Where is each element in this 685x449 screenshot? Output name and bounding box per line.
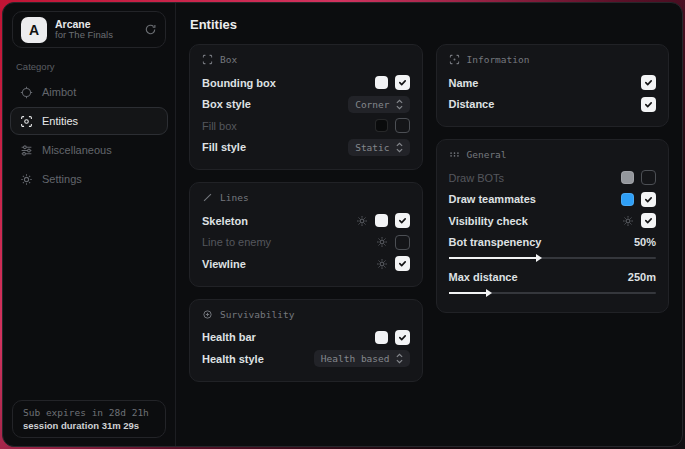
health-bar-checkbox[interactable] [395, 330, 410, 345]
distance-checkbox[interactable] [641, 97, 656, 112]
visibility-check-settings-gear-icon[interactable] [622, 215, 634, 227]
scan-eye-icon [20, 115, 33, 128]
sidebar-item-label: Miscellaneous [42, 144, 112, 156]
bounding-box-checkbox[interactable] [395, 75, 410, 90]
fill-style-dropdown[interactable]: Static [348, 139, 409, 156]
refresh-icon[interactable] [144, 23, 157, 36]
fill-box-checkbox[interactable] [395, 118, 410, 133]
main-content: Entities Box Bounding box [176, 3, 682, 446]
line-to-enemy-checkbox[interactable] [395, 235, 410, 250]
panel-title: Box [220, 54, 237, 65]
draw-teammates-color-swatch[interactable] [621, 193, 634, 206]
sidebar-item-aimbot[interactable]: Aimbot [10, 78, 168, 106]
general-grid-icon [449, 149, 460, 160]
setting-row-health-bar: Health bar [202, 327, 410, 349]
max-distance-slider[interactable] [449, 292, 657, 294]
health-bar-color-swatch[interactable] [375, 331, 388, 344]
sidebar-item-label: Entities [42, 115, 78, 127]
setting-row-bot-transparency: Bot transpenency 50% [449, 232, 657, 254]
crosshair-icon [20, 86, 33, 99]
panel-title: Survivability [220, 309, 294, 320]
panel-information: Information Name Distance [436, 44, 670, 127]
setting-row-fill-box: Fill box [202, 115, 410, 137]
sidebar-item-settings[interactable]: Settings [10, 165, 168, 193]
app-window: A Arcane for The Finals Category Aim [2, 2, 683, 447]
bot-transparency-slider-fill [449, 257, 540, 259]
sidebar: A Arcane for The Finals Category Aim [3, 3, 176, 446]
setting-row-health-style: Health style Health based [202, 348, 410, 370]
setting-row-viewline: Viewline [202, 253, 410, 275]
name-checkbox[interactable] [641, 75, 656, 90]
draw-bots-checkbox[interactable] [641, 170, 656, 185]
sub-expires-text: Sub expires in 28d 21h [23, 407, 155, 418]
chevron-up-down-icon [396, 142, 403, 153]
setting-row-max-distance: Max distance 250m [449, 266, 657, 288]
box-style-dropdown[interactable]: Corner [348, 96, 409, 113]
chevron-up-down-icon [396, 99, 403, 110]
brand-logo-letter: A [29, 22, 39, 38]
bounding-box-color-swatch[interactable] [375, 76, 388, 89]
session-duration-text: session duration 31m 29s [23, 420, 155, 431]
skeleton-color-swatch[interactable] [375, 214, 388, 227]
max-distance-value: 250m [628, 271, 656, 283]
sliders-icon [20, 144, 33, 157]
brand-logo: A [21, 17, 47, 43]
setting-row-skeleton: Skeleton [202, 210, 410, 232]
setting-row-distance: Distance [449, 94, 657, 116]
draw-teammates-checkbox[interactable] [641, 192, 656, 207]
setting-row-bounding-box: Bounding box [202, 72, 410, 94]
skeleton-checkbox[interactable] [395, 213, 410, 228]
viewline-checkbox[interactable] [395, 256, 410, 271]
setting-row-line-to-enemy: Line to enemy [202, 232, 410, 254]
viewline-settings-gear-icon[interactable] [376, 258, 388, 270]
setting-row-name: Name [449, 72, 657, 94]
bot-transparency-slider[interactable] [449, 257, 657, 259]
visibility-check-checkbox[interactable] [641, 213, 656, 228]
information-icon [449, 54, 460, 65]
sidebar-nav: Aimbot Entities Miscella [3, 78, 175, 193]
box-icon [202, 54, 213, 65]
health-style-dropdown[interactable]: Health based [314, 350, 410, 367]
sidebar-item-label: Aimbot [42, 86, 76, 98]
panel-box: Box Bounding box Box style [189, 44, 423, 170]
panel-title: Lines [220, 192, 249, 203]
category-label: Category [16, 61, 162, 72]
setting-row-draw-bots: Draw BOTs [449, 167, 657, 189]
subscription-card: Sub expires in 28d 21h session duration … [12, 400, 166, 438]
setting-row-box-style: Box style Corner [202, 94, 410, 116]
gear-icon [20, 173, 33, 186]
draw-bots-color-swatch[interactable] [621, 171, 634, 184]
setting-row-draw-teammates: Draw teammates [449, 189, 657, 211]
lines-icon [202, 192, 213, 203]
sidebar-item-label: Settings [42, 173, 82, 185]
sidebar-item-entities[interactable]: Entities [10, 107, 168, 135]
sidebar-item-miscellaneous[interactable]: Miscellaneous [10, 136, 168, 164]
panel-survivability: Survivability Health bar Health style [189, 299, 423, 382]
brand-subtitle: for The Finals [55, 30, 136, 41]
brand-card: A Arcane for The Finals [12, 11, 166, 48]
survivability-icon [202, 309, 213, 320]
skeleton-settings-gear-icon[interactable] [356, 215, 368, 227]
max-distance-slider-fill [449, 292, 491, 294]
line-to-enemy-settings-gear-icon[interactable] [376, 236, 388, 248]
setting-row-fill-style: Fill style Static [202, 137, 410, 159]
chevron-up-down-icon [396, 353, 403, 364]
panel-lines: Lines Skeleton [189, 182, 423, 287]
fill-box-color-swatch[interactable] [375, 119, 388, 132]
panel-title: Information [467, 54, 530, 65]
setting-row-visibility-check: Visibility check [449, 210, 657, 232]
page-title: Entities [190, 17, 669, 32]
panel-general: General Draw BOTs Draw teammates [436, 139, 670, 313]
panel-title: General [467, 149, 507, 160]
bot-transparency-value: 50% [634, 236, 656, 248]
